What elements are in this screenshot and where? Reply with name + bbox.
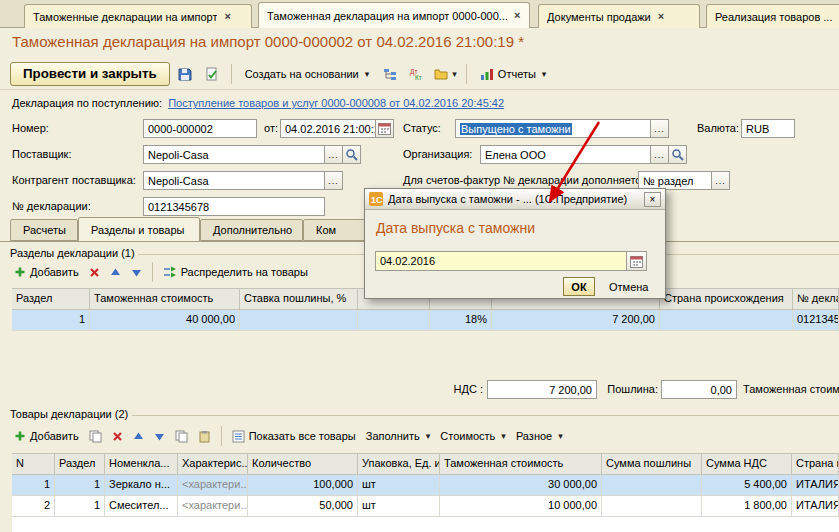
goods-row[interactable]: 2 1 Смесител... <характери... 50,000 шт … (12, 496, 839, 517)
tab-sections-and-goods[interactable]: Разделы и товары (78, 217, 200, 242)
cancel-button[interactable]: Отмена (603, 277, 654, 296)
column-header[interactable]: Количество (248, 453, 358, 475)
subordination-structure-button[interactable] (378, 62, 402, 86)
counterparty-choose-button[interactable]: ... (325, 171, 343, 190)
table-cell[interactable]: 1 (12, 310, 90, 331)
sections-move-up-button[interactable] (106, 262, 125, 282)
show-all-goods-button[interactable]: Показать все товары (228, 426, 360, 446)
table-cell[interactable]: 1 (55, 496, 105, 517)
number-field[interactable]: 0000-000002 (143, 119, 257, 138)
column-header[interactable]: Таможенная стоимость (440, 453, 602, 475)
column-header[interactable]: Упаковка, Ед. и... (358, 453, 440, 475)
dialog-calendar-button[interactable] (627, 251, 647, 271)
close-icon[interactable]: × (514, 10, 520, 21)
window-tab-sales-documents[interactable]: Документы продажи × (538, 4, 700, 28)
column-header[interactable]: Раздел (12, 288, 90, 310)
supplier-open-button[interactable] (343, 145, 361, 164)
table-cell[interactable]: 1 800,00 (702, 496, 792, 517)
table-cell[interactable]: 7 200,00 (492, 310, 660, 331)
column-header[interactable]: Страна происхождения (660, 288, 793, 310)
table-cell[interactable]: 50,000 (248, 496, 358, 517)
column-header[interactable]: N (12, 453, 55, 475)
column-header[interactable]: Сумма пошлины (602, 453, 702, 475)
table-cell[interactable] (358, 310, 430, 331)
save-button[interactable] (173, 62, 197, 86)
goods-paste-button[interactable] (194, 426, 215, 446)
window-tab-declaration[interactable]: Таможенная декларация на импорт 0000-000… (258, 2, 530, 28)
table-cell[interactable]: <характери... (178, 496, 248, 517)
table-cell[interactable]: ИТАЛИЯ (792, 496, 839, 517)
close-icon[interactable]: × (658, 11, 664, 22)
accounting-entries-button[interactable]: ДтКт (405, 62, 429, 86)
table-cell[interactable]: 5 400,00 (702, 475, 792, 496)
window-tab-goods-sale[interactable]: Реализация товаров ... (706, 4, 839, 28)
sections-move-down-button[interactable] (127, 262, 146, 282)
column-header[interactable]: Раздел (55, 453, 105, 475)
table-cell[interactable]: 01213456 (793, 310, 839, 331)
organization-open-button[interactable] (669, 145, 687, 164)
status-field[interactable]: Выпущено с таможни (455, 119, 651, 138)
goods-delete-button[interactable] (108, 426, 127, 446)
reports-button[interactable]: Отчеты ▾ (474, 62, 553, 86)
table-cell[interactable]: Зеркало н... (105, 475, 178, 496)
organization-field[interactable]: Елена ООО (480, 145, 651, 164)
cost-menu-button[interactable]: Стоимость ▾ (436, 426, 510, 446)
post-button[interactable] (200, 62, 224, 86)
release-date-field[interactable]: 04.02.2016 (375, 251, 627, 271)
fill-menu-button[interactable]: Заполнить ▾ (362, 426, 435, 446)
goods-move-down-button[interactable] (150, 426, 169, 446)
table-cell[interactable]: 100,000 (248, 475, 358, 496)
receipt-link[interactable]: Поступление товаров и услуг 0000-000008 … (168, 97, 504, 109)
supplier-field[interactable]: Nepoli-Casa (143, 145, 325, 164)
column-header[interactable]: Номенкла... (105, 453, 178, 475)
column-header[interactable]: Ставка пошлины, % (240, 288, 358, 310)
status-choose-button[interactable]: ... (651, 119, 669, 138)
invoice-fill-choose-button[interactable]: ... (712, 171, 730, 190)
table-cell[interactable]: 1 (12, 475, 55, 496)
table-cell[interactable] (602, 496, 702, 517)
table-cell[interactable]: 30 000,00 (440, 475, 602, 496)
column-header[interactable]: Характерис... (178, 453, 248, 475)
column-header[interactable]: Сумма НДС (702, 453, 792, 475)
table-cell[interactable]: 40 000,00 (90, 310, 240, 331)
ok-button[interactable]: ОК (563, 277, 595, 296)
table-cell[interactable] (240, 310, 358, 331)
attached-files-button[interactable]: ▾ (432, 62, 459, 86)
goods-add-button[interactable]: Добавить (10, 426, 83, 446)
goods-duplicate-button[interactable] (171, 426, 192, 446)
organization-choose-button[interactable]: ... (651, 145, 669, 164)
table-cell[interactable]: ИТАЛИЯ (792, 475, 839, 496)
window-tab-declarations-list[interactable]: Таможенные декларации на импорт × (24, 4, 252, 28)
goods-move-up-button[interactable] (129, 426, 148, 446)
date-field[interactable]: 04.02.2016 21:00:1 (280, 119, 376, 138)
post-and-close-button[interactable]: Провести и закрыть (10, 62, 170, 86)
sections-row[interactable]: 1 40 000,00 18% 7 200,00 01213456 (12, 310, 839, 331)
counterparty-field[interactable]: Nepoli-Casa (143, 171, 325, 190)
dialog-close-button[interactable]: × (644, 192, 661, 207)
table-cell[interactable]: Смесител... (105, 496, 178, 517)
column-header[interactable]: Таможенная стоимость (90, 288, 240, 310)
table-cell[interactable]: 2 (12, 496, 55, 517)
create-on-base-button[interactable]: Создать на основании ▾ (239, 62, 376, 86)
distribute-to-goods-button[interactable]: Распределить на товары (159, 262, 312, 282)
close-icon[interactable]: × (224, 11, 230, 22)
column-header[interactable]: Страна п... (792, 453, 839, 475)
misc-menu-button[interactable]: Разное ▾ (512, 426, 567, 446)
sections-add-button[interactable]: Добавить (10, 262, 83, 282)
table-cell[interactable]: 10 000,00 (440, 496, 602, 517)
sections-delete-button[interactable] (85, 262, 104, 282)
tab-additional[interactable]: Дополнительно (200, 219, 303, 241)
table-cell[interactable]: 18% (430, 310, 492, 331)
declaration-number-field[interactable]: 0121345678 (143, 197, 325, 216)
table-cell[interactable]: 1 (55, 475, 105, 496)
date-calendar-button[interactable] (376, 119, 394, 138)
table-cell[interactable]: <характери... (178, 475, 248, 496)
tab-calculations[interactable]: Расчеты (10, 219, 78, 241)
table-cell[interactable] (602, 475, 702, 496)
goods-row[interactable]: 1 1 Зеркало н... <характери... 100,000 ш… (12, 475, 839, 496)
currency-field[interactable]: RUB (741, 119, 795, 138)
table-cell[interactable] (660, 310, 793, 331)
goods-copy-button[interactable] (85, 426, 106, 446)
table-cell[interactable]: шт (358, 475, 440, 496)
supplier-choose-button[interactable]: ... (325, 145, 343, 164)
